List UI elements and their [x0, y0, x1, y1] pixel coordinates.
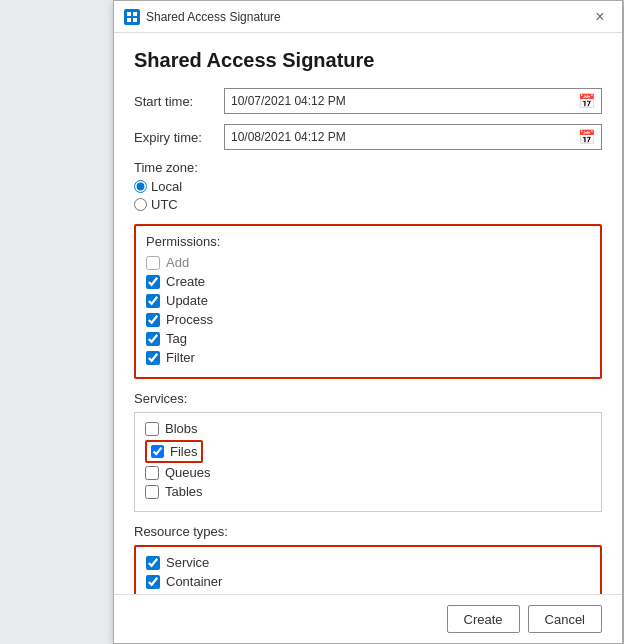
timezone-label: Time zone: — [134, 160, 602, 175]
svc-files-label: Files — [170, 444, 197, 459]
res-container-checkbox[interactable] — [146, 575, 160, 589]
timezone-local-radio[interactable] — [134, 180, 147, 193]
svg-rect-1 — [133, 12, 137, 16]
svc-files-highlight: Files — [145, 440, 203, 463]
res-container-label: Container — [166, 574, 222, 589]
svc-queues-row: Queues — [145, 465, 591, 480]
perm-tag-row: Tag — [146, 331, 590, 346]
title-bar: Shared Access Signature × — [114, 1, 622, 33]
calendar-icon-start: 📅 — [578, 93, 595, 109]
perm-filter-checkbox[interactable] — [146, 351, 160, 365]
timezone-utc-radio[interactable] — [134, 198, 147, 211]
calendar-icon-expiry: 📅 — [578, 129, 595, 145]
services-section: Blobs Files Queues Tables — [134, 412, 602, 512]
svc-blobs-row: Blobs — [145, 421, 591, 436]
svc-blobs-label: Blobs — [165, 421, 198, 436]
dialog-body: Shared Access Signature Start time: 10/0… — [114, 33, 622, 594]
svc-tables-row: Tables — [145, 484, 591, 499]
timezone-utc-label: UTC — [151, 197, 178, 212]
res-service-label: Service — [166, 555, 209, 570]
svc-queues-checkbox[interactable] — [145, 466, 159, 480]
cancel-button[interactable]: Cancel — [528, 605, 602, 633]
permissions-section: Permissions: Add Create Update Process T… — [134, 224, 602, 379]
res-container-row: Container — [146, 574, 590, 589]
perm-tag-checkbox[interactable] — [146, 332, 160, 346]
perm-update-checkbox[interactable] — [146, 294, 160, 308]
services-heading: Services: — [134, 391, 602, 406]
perm-add-label: Add — [166, 255, 189, 270]
expiry-time-value: 10/08/2021 04:12 PM — [231, 130, 346, 144]
start-time-row: Start time: 10/07/2021 04:12 PM 📅 — [134, 88, 602, 114]
start-time-input[interactable]: 10/07/2021 04:12 PM 📅 — [224, 88, 602, 114]
timezone-local-label: Local — [151, 179, 182, 194]
start-time-value: 10/07/2021 04:12 PM — [231, 94, 346, 108]
resource-types-heading: Resource types: — [134, 524, 602, 539]
perm-process-checkbox[interactable] — [146, 313, 160, 327]
perm-process-row: Process — [146, 312, 590, 327]
svc-files-checkbox[interactable] — [151, 445, 164, 458]
dialog-title: Shared Access Signature — [134, 49, 602, 72]
svg-rect-2 — [127, 18, 131, 22]
permissions-label: Permissions: — [146, 234, 590, 249]
svc-blobs-checkbox[interactable] — [145, 422, 159, 436]
title-bar-text: Shared Access Signature — [146, 10, 281, 24]
perm-update-label: Update — [166, 293, 208, 308]
resource-types-section: Service Container Object — [134, 545, 602, 594]
perm-create-checkbox[interactable] — [146, 275, 160, 289]
svc-tables-checkbox[interactable] — [145, 485, 159, 499]
start-time-label: Start time: — [134, 94, 224, 109]
expiry-time-label: Expiry time: — [134, 130, 224, 145]
res-service-checkbox[interactable] — [146, 556, 160, 570]
perm-filter-label: Filter — [166, 350, 195, 365]
perm-tag-label: Tag — [166, 331, 187, 346]
svc-tables-label: Tables — [165, 484, 203, 499]
create-button[interactable]: Create — [447, 605, 520, 633]
azure-icon — [124, 9, 140, 25]
close-button[interactable]: × — [588, 5, 612, 29]
expiry-time-input[interactable]: 10/08/2021 04:12 PM 📅 — [224, 124, 602, 150]
timezone-section: Time zone: Local UTC — [134, 160, 602, 212]
perm-add-row: Add — [146, 255, 590, 270]
svg-rect-3 — [133, 18, 137, 22]
svc-queues-label: Queues — [165, 465, 211, 480]
timezone-local-row: Local — [134, 179, 602, 194]
expiry-time-row: Expiry time: 10/08/2021 04:12 PM 📅 — [134, 124, 602, 150]
perm-add-checkbox[interactable] — [146, 256, 160, 270]
perm-process-label: Process — [166, 312, 213, 327]
timezone-utc-row: UTC — [134, 197, 602, 212]
svg-rect-0 — [127, 12, 131, 16]
perm-create-row: Create — [146, 274, 590, 289]
dialog-footer: Create Cancel — [114, 594, 622, 643]
perm-filter-row: Filter — [146, 350, 590, 365]
title-bar-left: Shared Access Signature — [124, 9, 281, 25]
res-service-row: Service — [146, 555, 590, 570]
perm-create-label: Create — [166, 274, 205, 289]
perm-update-row: Update — [146, 293, 590, 308]
